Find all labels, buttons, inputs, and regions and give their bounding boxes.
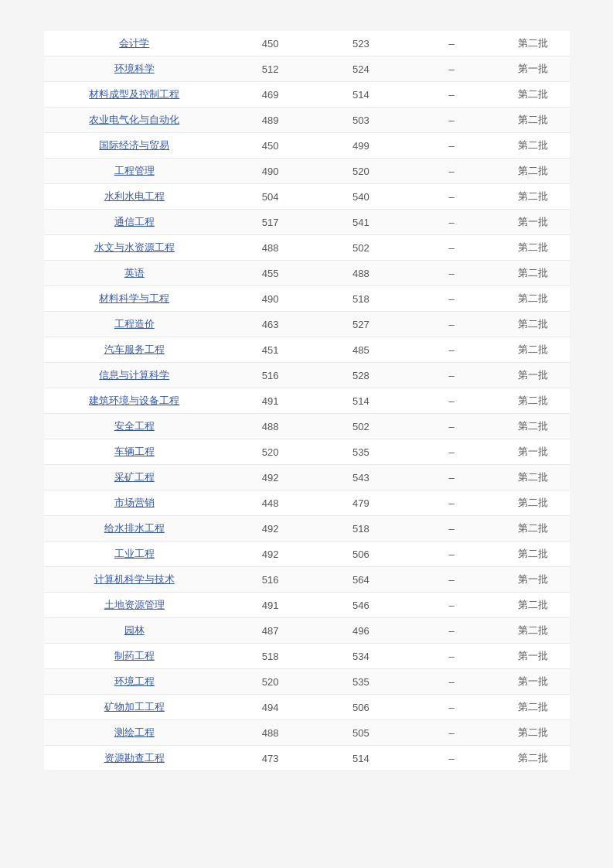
major-name-cell[interactable]: 计算机科学与技术: [44, 567, 225, 593]
score-avg-cell: 520: [315, 159, 406, 184]
major-link[interactable]: 国际经济与贸易: [99, 139, 169, 151]
batch-cell: 第二批: [497, 618, 570, 644]
score-avg-cell: 505: [315, 720, 406, 746]
major-name-cell[interactable]: 给水排水工程: [44, 516, 225, 542]
major-link[interactable]: 水利水电工程: [104, 190, 165, 202]
major-link[interactable]: 制药工程: [114, 650, 155, 661]
major-name-cell[interactable]: 通信工程: [44, 210, 225, 235]
major-name-cell[interactable]: 材料成型及控制工程: [44, 82, 225, 108]
major-link[interactable]: 通信工程: [114, 216, 155, 227]
score-extra-cell: –: [406, 363, 496, 388]
major-name-cell[interactable]: 土地资源管理: [44, 593, 225, 618]
major-name-cell[interactable]: 工业工程: [44, 542, 225, 567]
major-name-cell[interactable]: 园林: [44, 618, 225, 644]
major-name-cell[interactable]: 材料科学与工程: [44, 286, 225, 312]
table-row: 材料成型及控制工程469514–第二批: [44, 82, 570, 108]
score-min-cell: 451: [225, 337, 315, 363]
score-extra-cell: –: [406, 133, 496, 159]
major-link[interactable]: 采矿工程: [114, 471, 155, 483]
batch-cell: 第二批: [497, 593, 570, 618]
score-avg-cell: 541: [315, 210, 406, 235]
major-link[interactable]: 环境科学: [114, 63, 155, 74]
score-extra-cell: –: [406, 108, 496, 133]
major-link[interactable]: 工业工程: [114, 548, 155, 559]
major-link[interactable]: 计算机科学与技术: [94, 573, 175, 585]
score-min-cell: 492: [225, 516, 315, 542]
batch-cell: 第二批: [497, 312, 570, 337]
major-name-cell[interactable]: 信息与计算科学: [44, 363, 225, 388]
major-link[interactable]: 材料成型及控制工程: [89, 88, 179, 100]
major-name-cell[interactable]: 环境科学: [44, 56, 225, 82]
table-row: 土地资源管理491546–第二批: [44, 593, 570, 618]
major-name-cell[interactable]: 工程管理: [44, 159, 225, 184]
score-min-cell: 450: [225, 133, 315, 159]
major-name-cell[interactable]: 环境工程: [44, 669, 225, 695]
major-name-cell[interactable]: 农业电气化与自动化: [44, 108, 225, 133]
major-link[interactable]: 给水排水工程: [104, 522, 165, 534]
score-extra-cell: –: [406, 82, 496, 108]
score-avg-cell: 499: [315, 133, 406, 159]
major-link[interactable]: 信息与计算科学: [99, 369, 169, 381]
major-link[interactable]: 市场营销: [114, 497, 155, 508]
table-row: 测绘工程488505–第二批: [44, 720, 570, 746]
major-link[interactable]: 园林: [124, 624, 145, 636]
major-link[interactable]: 矿物加工工程: [104, 701, 165, 713]
major-name-cell[interactable]: 市场营销: [44, 490, 225, 516]
major-link[interactable]: 安全工程: [114, 420, 155, 432]
major-link[interactable]: 测绘工程: [114, 726, 155, 738]
score-extra-cell: –: [406, 388, 496, 414]
major-name-cell[interactable]: 水文与水资源工程: [44, 235, 225, 261]
major-link[interactable]: 资源勘查工程: [104, 752, 165, 764]
table-row: 工业工程492506–第二批: [44, 542, 570, 567]
major-link[interactable]: 材料科学与工程: [99, 292, 169, 304]
major-name-cell[interactable]: 测绘工程: [44, 720, 225, 746]
major-name-cell[interactable]: 汽车服务工程: [44, 337, 225, 363]
score-avg-cell: 518: [315, 286, 406, 312]
score-extra-cell: –: [406, 159, 496, 184]
batch-cell: 第二批: [497, 388, 570, 414]
major-link[interactable]: 会计学: [119, 37, 149, 49]
major-name-cell[interactable]: 车辆工程: [44, 439, 225, 465]
major-link[interactable]: 农业电气化与自动化: [89, 114, 179, 125]
major-link[interactable]: 环境工程: [114, 675, 155, 687]
batch-cell: 第二批: [497, 516, 570, 542]
score-avg-cell: 540: [315, 184, 406, 210]
major-link[interactable]: 工程管理: [114, 165, 155, 176]
major-link[interactable]: 土地资源管理: [104, 599, 165, 610]
score-avg-cell: 514: [315, 746, 406, 771]
score-extra-cell: –: [406, 465, 496, 490]
batch-cell: 第二批: [497, 108, 570, 133]
data-table: 会计学450523–第二批环境科学512524–第一批材料成型及控制工程4695…: [44, 31, 570, 771]
table-row: 采矿工程492543–第二批: [44, 465, 570, 490]
major-name-cell[interactable]: 英语: [44, 261, 225, 286]
major-link[interactable]: 水文与水资源工程: [94, 241, 175, 253]
major-name-cell[interactable]: 水利水电工程: [44, 184, 225, 210]
major-link[interactable]: 工程造价: [114, 318, 155, 330]
major-name-cell[interactable]: 建筑环境与设备工程: [44, 388, 225, 414]
score-avg-cell: 543: [315, 465, 406, 490]
major-name-cell[interactable]: 采矿工程: [44, 465, 225, 490]
table-row: 车辆工程520535–第一批: [44, 439, 570, 465]
score-extra-cell: –: [406, 286, 496, 312]
score-min-cell: 488: [225, 414, 315, 439]
major-name-cell[interactable]: 资源勘查工程: [44, 746, 225, 771]
page: 会计学450523–第二批环境科学512524–第一批材料成型及控制工程4695…: [0, 0, 613, 868]
batch-cell: 第二批: [497, 286, 570, 312]
table-row: 环境科学512524–第一批: [44, 56, 570, 82]
score-avg-cell: 503: [315, 108, 406, 133]
major-link[interactable]: 车辆工程: [114, 446, 155, 457]
major-name-cell[interactable]: 安全工程: [44, 414, 225, 439]
major-name-cell[interactable]: 国际经济与贸易: [44, 133, 225, 159]
major-name-cell[interactable]: 工程造价: [44, 312, 225, 337]
major-link[interactable]: 汽车服务工程: [104, 343, 165, 355]
major-name-cell[interactable]: 制药工程: [44, 644, 225, 669]
table-row: 通信工程517541–第一批: [44, 210, 570, 235]
score-extra-cell: –: [406, 644, 496, 669]
major-name-cell[interactable]: 矿物加工工程: [44, 695, 225, 720]
table-row: 信息与计算科学516528–第一批: [44, 363, 570, 388]
score-min-cell: 455: [225, 261, 315, 286]
batch-cell: 第二批: [497, 746, 570, 771]
major-link[interactable]: 建筑环境与设备工程: [89, 395, 179, 406]
major-link[interactable]: 英语: [124, 267, 145, 279]
major-name-cell[interactable]: 会计学: [44, 31, 225, 56]
